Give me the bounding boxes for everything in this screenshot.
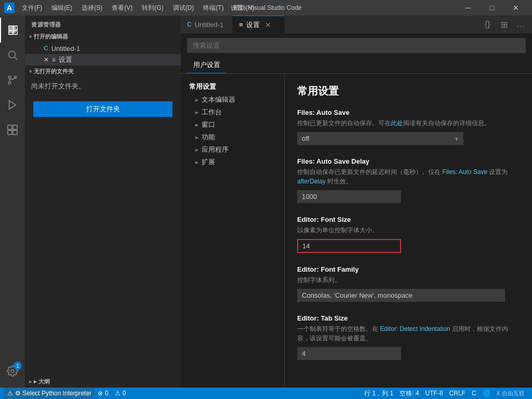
editor-font-family-desc: 控制字体系列。	[297, 275, 520, 285]
editor-item-settings[interactable]: ✕ ≡ 设置	[25, 54, 181, 65]
editor-tab-size-input[interactable]	[297, 347, 401, 360]
minimize-button[interactable]: ─	[456, 0, 480, 16]
open-editors-header[interactable]: ▾ 打开的编辑器	[25, 31, 181, 43]
activity-settings[interactable]: 1	[0, 358, 25, 383]
settings-tab-user[interactable]: 用户设置	[187, 57, 227, 73]
activity-debug[interactable]	[0, 92, 25, 117]
toolbar-braces-button[interactable]: {}	[480, 17, 495, 32]
language-label: C	[472, 390, 476, 397]
nav-extensions-label: 扩展	[202, 157, 215, 167]
menu-edit[interactable]: 编辑(E)	[47, 0, 76, 16]
editor-font-size-prefix: Editor:	[297, 216, 321, 223]
files-auto-save-label: Files: Auto Save	[297, 109, 520, 116]
outline-header[interactable]: ▸ ▸ 大纲	[25, 376, 181, 388]
menu-view[interactable]: 查看(V)	[108, 0, 137, 16]
statusbar-errors-item[interactable]: ⊗ 0	[95, 388, 112, 399]
app-logo: A	[4, 3, 15, 13]
maximize-button[interactable]: □	[480, 0, 504, 16]
close-button[interactable]: ✕	[504, 0, 528, 16]
svg-marker-5	[9, 101, 16, 110]
titlebar-menu: 文件(F) 编辑(E) 选择(S) 查看(V) 转到(G) 调试(D) 终端(T…	[18, 0, 258, 16]
afterdelay-link[interactable]: afterDelay	[297, 178, 326, 185]
files-auto-save-delay-input[interactable]	[297, 190, 401, 203]
statusbar-spaces[interactable]: 空格: 4	[396, 388, 422, 399]
tab-settings[interactable]: ≡ 设置 ✕	[233, 16, 285, 33]
statusbar-eol[interactable]: CRLF	[446, 388, 469, 399]
detect-indentation-link[interactable]: Editor: Detect Indentation	[380, 325, 450, 332]
menu-select[interactable]: 选择(S)	[77, 0, 107, 16]
activity-search[interactable]	[0, 43, 25, 68]
untitled-label: Untitled-1	[51, 45, 81, 52]
setting-editor-tab-size: Editor: Tab Size 一个制表符等于的空格数。在 Editor: D…	[297, 314, 520, 360]
tab-settings-label: 设置	[246, 20, 260, 30]
no-folder-text: 尚未打开文件夹。	[25, 77, 181, 95]
sidebar-bottom: ▸ ▸ 大纲	[25, 376, 181, 388]
nav-item-extensions[interactable]: ▸ 扩展	[181, 156, 284, 168]
settings-nav: 常用设置 ▸ 文本编辑器 ▸ 工作台 ▸ 窗口 ▸	[181, 74, 285, 388]
nav-features-arrow: ▸	[195, 134, 198, 141]
editor-tab-size-desc-before: 一个制表符等于的空格数。在	[297, 325, 380, 332]
files-auto-save-delay-prefix: Files:	[297, 157, 316, 165]
statusbar-warnings-item[interactable]: ⚠ 0	[112, 388, 129, 399]
toolbar-more-button[interactable]: …	[513, 17, 528, 32]
files-auto-save-delay-desc-after: 时生效。	[326, 178, 352, 185]
files-auto-save-link2[interactable]: Files: Auto Save	[442, 168, 487, 176]
nav-workbench-label: 工作台	[202, 108, 222, 117]
editor-font-family-input[interactable]	[297, 289, 505, 302]
open-folder-button[interactable]: 打开文件夹	[33, 101, 172, 117]
menu-debug[interactable]: 调试(D)	[169, 0, 198, 16]
nav-window-arrow: ▸	[195, 122, 198, 128]
statusbar-right: 行 1，列 1 空格: 4 UTF-8 CRLF C 🌐 X 自由互联	[361, 388, 528, 399]
errors-icon: ⊗	[98, 390, 103, 397]
tab-close-button[interactable]: ✕	[265, 21, 271, 29]
main-layout: 1 资源管理器 ▾ 打开的编辑器 C Untitled-1 ✕ ≡ 设置 ▾ 无…	[0, 16, 532, 388]
setting-files-auto-save-delay: Files: Auto Save Delay 控制自动保存已更新文件的延迟时间（…	[297, 157, 520, 203]
menu-file[interactable]: 文件(F)	[18, 0, 46, 16]
editor-item-untitled[interactable]: C Untitled-1	[25, 43, 181, 54]
no-folder-label: 无打开的文件夹	[34, 68, 74, 75]
editor-tab-size-main: Tab Size	[321, 314, 348, 322]
nav-item-common[interactable]: 常用设置	[181, 80, 284, 94]
activity-extensions[interactable]	[0, 117, 25, 142]
svg-rect-6	[8, 125, 12, 129]
statusbar-encoding[interactable]: UTF-8	[422, 388, 446, 399]
files-auto-save-select[interactable]: off afterDelay onFocusChange onWindowCha…	[297, 132, 463, 145]
cursor-label: 行 1，列 1	[364, 389, 393, 398]
activity-source-control[interactable]	[0, 68, 25, 92]
menu-goto[interactable]: 转到(G)	[138, 0, 167, 16]
menu-terminal[interactable]: 终端(T)	[199, 0, 228, 16]
editor-tab-size-prefix: Editor:	[297, 314, 321, 322]
activity-explorer[interactable]	[0, 18, 25, 43]
nav-item-features[interactable]: ▸ 功能	[181, 131, 284, 143]
toolbar-layout-button[interactable]: ⊞	[497, 17, 511, 32]
tab-untitled-label: Untitled-1	[195, 21, 224, 29]
no-folder-header[interactable]: ▾ 无打开的文件夹	[25, 65, 181, 77]
no-folder-chevron: ▾	[29, 69, 32, 74]
settings-body: 常用设置 ▸ 文本编辑器 ▸ 工作台 ▸ 窗口 ▸	[181, 74, 532, 388]
statusbar-python-item[interactable]: ⚠ ⚙ Select Python Interpreter	[4, 388, 95, 399]
editor-tab-size-desc: 一个制表符等于的空格数。在 Editor: Detect Indentation…	[297, 324, 520, 343]
statusbar-cursor[interactable]: 行 1，列 1	[361, 388, 396, 399]
nav-common-label: 常用设置	[189, 82, 216, 91]
tab-settings-icon: ≡	[239, 21, 243, 29]
editor-font-size-input[interactable]	[297, 239, 401, 253]
nav-features-label: 功能	[202, 132, 215, 142]
nav-item-application[interactable]: ▸ 应用程序	[181, 143, 284, 156]
svg-point-2	[8, 76, 11, 78]
nav-item-window[interactable]: ▸ 窗口	[181, 118, 284, 131]
svg-point-0	[9, 51, 16, 58]
files-auto-save-delay-desc-mid: 设置为	[487, 168, 508, 176]
spaces-label: 空格: 4	[400, 389, 419, 398]
statusbar-language[interactable]: C	[469, 388, 480, 399]
nav-item-workbench[interactable]: ▸ 工作台	[181, 106, 284, 118]
statusbar-feedback[interactable]: 🌐	[480, 388, 494, 399]
settings-badge: 1	[14, 362, 22, 370]
settings-search-input[interactable]	[187, 38, 526, 53]
settings-content: 用户设置 常用设置 ▸ 文本编辑器 ▸ 工作台	[181, 34, 532, 388]
tab-untitled[interactable]: C Untitled-1	[181, 16, 233, 33]
nav-item-text-editor[interactable]: ▸ 文本编辑器	[181, 94, 284, 106]
titlebar-left: A 文件(F) 编辑(E) 选择(S) 查看(V) 转到(G) 调试(D) 终端…	[4, 0, 258, 16]
tabs-container: C Untitled-1 ≡ 设置 ✕ {} ⊞ …	[181, 16, 532, 34]
encoding-label: UTF-8	[425, 390, 443, 397]
files-auto-save-link[interactable]: 此处	[391, 119, 403, 127]
